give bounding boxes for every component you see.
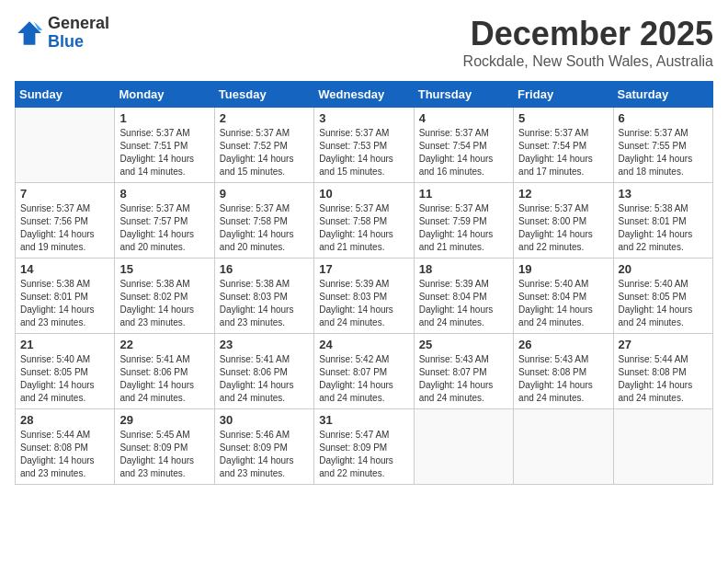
calendar-week-row: 14Sunrise: 5:38 AMSunset: 8:01 PMDayligh… <box>16 259 713 334</box>
calendar-cell: 5Sunrise: 5:37 AMSunset: 7:54 PMDaylight… <box>514 108 613 183</box>
page-header: General Blue December 2025 Rockdale, New… <box>15 15 713 70</box>
cell-info: Sunrise: 5:40 AMSunset: 8:04 PMDaylight:… <box>518 278 608 329</box>
day-number: 17 <box>319 262 408 276</box>
cell-info: Sunrise: 5:44 AMSunset: 8:08 PMDaylight:… <box>20 429 109 480</box>
calendar-cell: 3Sunrise: 5:37 AMSunset: 7:53 PMDaylight… <box>314 108 414 183</box>
day-number: 5 <box>518 111 608 125</box>
header-saturday: Saturday <box>613 82 712 108</box>
header-monday: Monday <box>115 82 214 108</box>
cell-info: Sunrise: 5:39 AMSunset: 8:03 PMDaylight:… <box>319 278 408 329</box>
day-number: 9 <box>220 187 309 201</box>
day-number: 10 <box>319 187 408 201</box>
calendar-cell: 25Sunrise: 5:43 AMSunset: 8:07 PMDayligh… <box>414 334 513 409</box>
cell-info: Sunrise: 5:43 AMSunset: 8:07 PMDaylight:… <box>419 353 508 405</box>
day-number: 14 <box>20 262 109 276</box>
day-number: 7 <box>20 187 109 201</box>
cell-info: Sunrise: 5:37 AMSunset: 7:58 PMDaylight:… <box>220 202 309 254</box>
cell-info: Sunrise: 5:39 AMSunset: 8:04 PMDaylight:… <box>419 278 508 329</box>
calendar-cell: 6Sunrise: 5:37 AMSunset: 7:55 PMDaylight… <box>613 108 712 183</box>
cell-info: Sunrise: 5:44 AMSunset: 8:08 PMDaylight:… <box>619 353 708 405</box>
cell-info: Sunrise: 5:37 AMSunset: 7:58 PMDaylight:… <box>319 202 408 254</box>
title-section: December 2025 Rockdale, New South Wales,… <box>463 15 713 70</box>
cell-info: Sunrise: 5:37 AMSunset: 7:53 PMDaylight:… <box>319 127 408 178</box>
cell-info: Sunrise: 5:41 AMSunset: 8:06 PMDaylight:… <box>220 353 309 405</box>
calendar-cell: 2Sunrise: 5:37 AMSunset: 7:52 PMDaylight… <box>214 108 313 183</box>
calendar-cell: 9Sunrise: 5:37 AMSunset: 7:58 PMDaylight… <box>214 183 313 259</box>
calendar-cell: 30Sunrise: 5:46 AMSunset: 8:09 PMDayligh… <box>214 409 313 485</box>
header-thursday: Thursday <box>414 82 513 108</box>
calendar-week-row: 7Sunrise: 5:37 AMSunset: 7:56 PMDaylight… <box>16 183 713 259</box>
cell-info: Sunrise: 5:40 AMSunset: 8:05 PMDaylight:… <box>619 278 708 329</box>
day-number: 4 <box>419 111 508 125</box>
cell-info: Sunrise: 5:37 AMSunset: 7:52 PMDaylight:… <box>220 127 309 178</box>
day-number: 8 <box>119 187 209 201</box>
cell-info: Sunrise: 5:43 AMSunset: 8:08 PMDaylight:… <box>518 353 608 405</box>
calendar-cell: 1Sunrise: 5:37 AMSunset: 7:51 PMDaylight… <box>115 108 214 183</box>
calendar-cell: 26Sunrise: 5:43 AMSunset: 8:08 PMDayligh… <box>514 334 613 409</box>
day-number: 20 <box>619 262 708 276</box>
calendar-cell: 8Sunrise: 5:37 AMSunset: 7:57 PMDaylight… <box>115 183 214 259</box>
cell-info: Sunrise: 5:38 AMSunset: 8:01 PMDaylight:… <box>619 202 708 254</box>
location: Rockdale, New South Wales, Australia <box>463 53 713 70</box>
logo-text: General Blue <box>48 15 109 52</box>
cell-info: Sunrise: 5:41 AMSunset: 8:06 PMDaylight:… <box>119 353 209 405</box>
calendar-cell: 23Sunrise: 5:41 AMSunset: 8:06 PMDayligh… <box>214 334 313 409</box>
calendar-cell: 16Sunrise: 5:38 AMSunset: 8:03 PMDayligh… <box>214 259 313 334</box>
day-number: 25 <box>419 338 508 351</box>
day-number: 16 <box>220 262 309 276</box>
calendar-cell <box>414 409 513 485</box>
day-number: 13 <box>619 187 708 201</box>
calendar-cell: 13Sunrise: 5:38 AMSunset: 8:01 PMDayligh… <box>613 183 712 259</box>
cell-info: Sunrise: 5:46 AMSunset: 8:09 PMDaylight:… <box>220 429 309 480</box>
calendar-cell: 28Sunrise: 5:44 AMSunset: 8:08 PMDayligh… <box>16 409 115 485</box>
cell-info: Sunrise: 5:37 AMSunset: 7:54 PMDaylight:… <box>419 127 508 178</box>
calendar-cell: 19Sunrise: 5:40 AMSunset: 8:04 PMDayligh… <box>514 259 613 334</box>
day-number: 24 <box>319 338 408 351</box>
calendar-cell: 4Sunrise: 5:37 AMSunset: 7:54 PMDaylight… <box>414 108 513 183</box>
calendar-cell: 7Sunrise: 5:37 AMSunset: 7:56 PMDaylight… <box>16 183 115 259</box>
cell-info: Sunrise: 5:37 AMSunset: 7:51 PMDaylight:… <box>119 127 209 178</box>
header-sunday: Sunday <box>16 82 115 108</box>
day-number: 6 <box>619 111 708 125</box>
cell-info: Sunrise: 5:42 AMSunset: 8:07 PMDaylight:… <box>319 353 408 405</box>
day-number: 11 <box>419 187 508 201</box>
calendar-cell <box>16 108 115 183</box>
calendar-cell: 20Sunrise: 5:40 AMSunset: 8:05 PMDayligh… <box>613 259 712 334</box>
day-number: 26 <box>518 338 608 351</box>
day-number: 3 <box>319 111 408 125</box>
calendar-cell: 21Sunrise: 5:40 AMSunset: 8:05 PMDayligh… <box>16 334 115 409</box>
calendar-cell: 11Sunrise: 5:37 AMSunset: 7:59 PMDayligh… <box>414 183 513 259</box>
day-number: 1 <box>119 111 209 125</box>
calendar-week-row: 28Sunrise: 5:44 AMSunset: 8:08 PMDayligh… <box>16 409 713 485</box>
logo-icon <box>15 18 44 48</box>
svg-marker-0 <box>17 21 41 45</box>
day-number: 15 <box>119 262 209 276</box>
day-number: 23 <box>220 338 309 351</box>
month-title: December 2025 <box>463 15 713 53</box>
calendar-week-row: 21Sunrise: 5:40 AMSunset: 8:05 PMDayligh… <box>16 334 713 409</box>
day-number: 22 <box>119 338 209 351</box>
day-number: 12 <box>518 187 608 201</box>
calendar-header-row: SundayMondayTuesdayWednesdayThursdayFrid… <box>16 82 713 108</box>
header-friday: Friday <box>514 82 613 108</box>
cell-info: Sunrise: 5:38 AMSunset: 8:01 PMDaylight:… <box>20 278 109 329</box>
cell-info: Sunrise: 5:47 AMSunset: 8:09 PMDaylight:… <box>319 429 408 480</box>
calendar-cell <box>613 409 712 485</box>
day-number: 2 <box>220 111 309 125</box>
cell-info: Sunrise: 5:37 AMSunset: 7:56 PMDaylight:… <box>20 202 109 254</box>
cell-info: Sunrise: 5:38 AMSunset: 8:02 PMDaylight:… <box>119 278 209 329</box>
cell-info: Sunrise: 5:37 AMSunset: 7:59 PMDaylight:… <box>419 202 508 254</box>
day-number: 28 <box>20 413 109 427</box>
calendar-cell: 14Sunrise: 5:38 AMSunset: 8:01 PMDayligh… <box>16 259 115 334</box>
calendar-table: SundayMondayTuesdayWednesdayThursdayFrid… <box>15 81 713 485</box>
cell-info: Sunrise: 5:37 AMSunset: 7:55 PMDaylight:… <box>619 127 708 178</box>
day-number: 27 <box>619 338 708 351</box>
day-number: 30 <box>220 413 309 427</box>
calendar-cell: 17Sunrise: 5:39 AMSunset: 8:03 PMDayligh… <box>314 259 414 334</box>
cell-info: Sunrise: 5:37 AMSunset: 8:00 PMDaylight:… <box>518 202 608 254</box>
day-number: 31 <box>319 413 408 427</box>
header-tuesday: Tuesday <box>214 82 313 108</box>
calendar-week-row: 1Sunrise: 5:37 AMSunset: 7:51 PMDaylight… <box>16 108 713 183</box>
cell-info: Sunrise: 5:45 AMSunset: 8:09 PMDaylight:… <box>119 429 209 480</box>
day-number: 21 <box>20 338 109 351</box>
